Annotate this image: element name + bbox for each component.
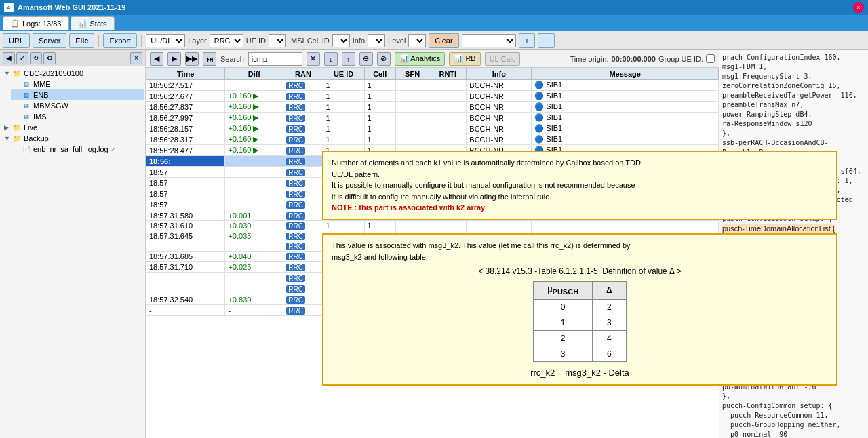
info-label: Info: [353, 37, 365, 45]
filter-btn-3[interactable]: ↑: [342, 52, 355, 66]
cell-ue: 1: [323, 102, 364, 113]
sidebar-btn-4[interactable]: ⚙: [43, 52, 56, 64]
table-row[interactable]: 18:56:28.317 +0.160 ▶ RRC 1 1 BCCH-NR 🔵 …: [146, 134, 719, 145]
cell-info: BCCH-NR: [467, 134, 532, 145]
server-icon-mme: 🖥: [22, 79, 31, 89]
group-ue-checkbox[interactable]: [706, 54, 715, 63]
file-button[interactable]: File: [69, 33, 94, 48]
tab-stats[interactable]: 📊 Stats: [71, 16, 115, 30]
cell-ran: RRC: [283, 262, 323, 273]
cell-time: -: [146, 273, 225, 283]
tree-indent-backup: 📄 enb_nr_sa_full_log.log ✓: [1, 144, 144, 155]
export-button[interactable]: Export: [103, 33, 137, 48]
cell-rnti: [429, 91, 467, 102]
nav-end-btn[interactable]: ⏭: [203, 52, 216, 66]
tab-logs[interactable]: 📋 Logs: 13/83: [3, 16, 69, 30]
cell-diff: +0.035: [225, 231, 283, 241]
cell-rnti: [429, 134, 467, 145]
cell-time: 18:57: [146, 178, 225, 188]
close-button[interactable]: ×: [853, 2, 864, 13]
sidebar-item-logfile[interactable]: 📄 enb_nr_sa_full_log.log ✓: [11, 144, 144, 155]
sidebar-btn-1[interactable]: ◀: [3, 52, 15, 64]
table-row[interactable]: 18:56:27.837 +0.160 ▶ RRC 1 1 BCCH-NR 🔵 …: [146, 102, 719, 113]
server-button[interactable]: Server: [33, 33, 66, 48]
sidebar-item-enb[interactable]: 🖥 ENB: [11, 89, 144, 100]
cell-time: -: [146, 305, 225, 316]
nav-fast-forward-btn[interactable]: ▶▶: [185, 52, 199, 66]
server-icon-mbmsgw: 🖥: [22, 101, 31, 111]
sidebar-item-backup[interactable]: ▼ 📁 Backup: [1, 133, 144, 144]
cell-id-select[interactable]: [332, 34, 350, 47]
cell-ran: RRC: [283, 252, 323, 262]
cell-cell: 1: [364, 102, 395, 113]
backup-label: Backup: [24, 134, 49, 142]
cell-ue: 1: [323, 221, 364, 231]
sidebar-btn-2[interactable]: ✓: [16, 52, 28, 64]
cell-ran: RRC: [283, 113, 323, 123]
cell-rnti: [429, 102, 467, 113]
remove-button[interactable]: −: [538, 33, 554, 48]
search-go-btn[interactable]: ↓: [324, 52, 338, 66]
table-row[interactable]: 18:56:27.517 RRC 1 1 BCCH-NR 🔵 SIB1: [146, 80, 719, 91]
layer-select[interactable]: RRC: [210, 34, 243, 47]
cell-info: [467, 221, 532, 231]
ims-label: IMS: [33, 113, 47, 121]
col-info: Info: [467, 68, 532, 80]
analytics-button[interactable]: 📊 Analytics: [395, 52, 445, 66]
search-input[interactable]: [248, 52, 302, 66]
nav-back-btn[interactable]: ◀: [150, 52, 163, 66]
extra-select[interactable]: [462, 34, 516, 47]
nav-forward-btn[interactable]: ▶: [167, 52, 181, 66]
sidebar-item-live[interactable]: ▶ 📁 Live: [1, 122, 144, 133]
level-select[interactable]: [408, 34, 426, 47]
cell-ran: RRC: [283, 134, 323, 145]
delta-upusch: 2: [534, 330, 593, 346]
time-origin-value: 00:00:00.000: [612, 55, 656, 63]
cell-info: BCCH-NR: [467, 123, 532, 134]
col-sfn: SFN: [395, 68, 429, 80]
sidebar-close-btn[interactable]: ×: [130, 52, 142, 64]
url-button[interactable]: URL: [3, 33, 30, 48]
sidebar-item-cbc[interactable]: ▼ 📁 CBC-2021050100: [1, 68, 144, 79]
layer-label: Layer: [188, 37, 207, 45]
table-row[interactable]: 18:56:27.997 +0.160 ▶ RRC 1 1 BCCH-NR 🔵 …: [146, 113, 719, 123]
cell-sfn: [395, 221, 429, 231]
search-label: Search: [220, 55, 244, 63]
cell-rnti: [429, 113, 467, 123]
app-title: Amarisoft Web GUI 2021-11-19: [18, 3, 125, 12]
table-row[interactable]: 18:56:27.677 +0.160 ▶ RRC 1 1 BCCH-NR 🔵 …: [146, 91, 719, 102]
filter-btn-4[interactable]: ⊕: [359, 52, 373, 66]
cell-msg: 🔵 SIB1: [532, 102, 719, 113]
sidebar-btn-3[interactable]: ↻: [30, 52, 42, 64]
enb-label: ENB: [33, 91, 49, 99]
info-select[interactable]: [368, 34, 385, 47]
folder-icon-live: 📁: [12, 123, 22, 132]
cell-cell: 1: [364, 91, 395, 102]
ue-id-label: UE ID: [246, 37, 266, 45]
delta-row: 3 6: [534, 346, 626, 361]
cell-ran: RRC: [283, 199, 323, 210]
cell-cell: 1: [364, 80, 395, 91]
sidebar-item-mbmsgw[interactable]: 🖥 MBMSGW: [11, 100, 144, 111]
cell-cell: 1: [364, 221, 395, 231]
cell-ue: 1: [323, 91, 364, 102]
clear-button[interactable]: Clear: [429, 33, 458, 48]
ul-calc-button[interactable]: UL Calc: [485, 52, 521, 66]
delta-val: 2: [593, 299, 627, 315]
ue-id-select[interactable]: [269, 34, 286, 47]
sidebar-item-ims[interactable]: 🖥 IMS: [11, 111, 144, 122]
add-button[interactable]: +: [519, 33, 535, 48]
sidebar-item-mme[interactable]: 🖥 MME: [11, 79, 144, 89]
search-clear-btn[interactable]: ✕: [307, 52, 320, 66]
logfile-label: enb_nr_sa_full_log.log: [33, 145, 108, 153]
level-label: Level: [388, 37, 406, 45]
cell-time: 18:57.31.580: [146, 210, 225, 221]
table-row[interactable]: 18:56:28.157 +0.160 ▶ RRC 1 1 BCCH-NR 🔵 …: [146, 123, 719, 134]
tooltip1-line1: Number of elements and each k1 value is …: [332, 157, 828, 169]
cell-diff: -: [225, 305, 283, 316]
stats-tab-label: Stats: [90, 20, 107, 28]
ul-dl-select[interactable]: UL/DL: [146, 34, 185, 47]
rb-button[interactable]: 📊 RB: [449, 52, 480, 66]
table-row[interactable]: 18:57.31.610 +0.030 RRC 1 1: [146, 221, 719, 231]
filter-btn-5[interactable]: ⊗: [377, 52, 391, 66]
